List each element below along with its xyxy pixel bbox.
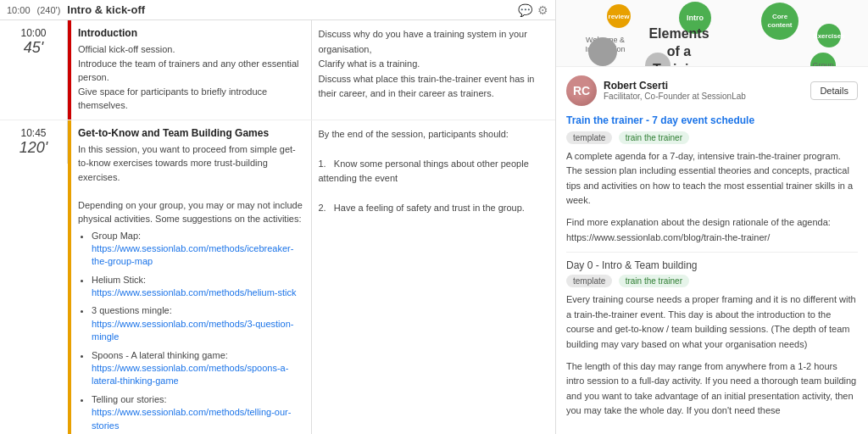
- day0-desc: Every training course needs a proper fra…: [566, 292, 858, 352]
- day0-title: Day 0 - Intro & Team building: [566, 259, 858, 271]
- welcome-bubble: [588, 37, 617, 66]
- top-bar-time: 10:00: [7, 5, 31, 15]
- top-bar-left: 10:00 (240') Intro & kick-off: [7, 3, 145, 16]
- review-bubble: review: [607, 4, 631, 28]
- right-panel: review Intro Corecontent Exercises Welco…: [555, 0, 868, 434]
- author-role: Facilitator, Co-Founder at SessionLab: [604, 92, 804, 101]
- time-block-1: 10:00 45': [0, 20, 68, 120]
- method-link[interactable]: https://www.sessionlab.com/methods/3-que…: [92, 319, 293, 342]
- top-bar-count: (240'): [37, 5, 61, 15]
- method-list: Group Map: https://www.sessionlab.com/me…: [78, 230, 304, 435]
- session-title-col-2: Get-to-Know and Team Building Games In t…: [68, 120, 312, 435]
- list-item: Telling our stories: https://www.session…: [92, 393, 304, 432]
- exercises-bubble: Exercises: [817, 24, 841, 47]
- agenda-desc-2: Find more explanation about the design r…: [566, 215, 858, 245]
- session-table: 10:00 45' Introduction Official kick-off…: [0, 20, 555, 434]
- chat-icon[interactable]: 💬: [518, 3, 532, 17]
- top-bar-icons: 💬 ⚙: [518, 3, 548, 17]
- session-row-2: 10:45 120' Get-to-Know and Team Building…: [0, 120, 555, 435]
- author-row: RC Robert Cserti Facilitator, Co-Founder…: [566, 75, 858, 106]
- details-button[interactable]: Details: [810, 81, 858, 100]
- method-link[interactable]: https://www.sessionlab.com/methods/spoon…: [92, 363, 288, 386]
- time-block-2: 10:45 120': [0, 120, 68, 164]
- start-time-2: 10:45: [5, 127, 62, 139]
- diagram-area: review Intro Corecontent Exercises Welco…: [556, 0, 868, 67]
- author-info: Robert Cserti Facilitator, Co-Founder at…: [604, 80, 804, 101]
- session-outcomes-2: By the end of the session, participants …: [312, 120, 556, 224]
- train-trainer-tag-1[interactable]: train the trainer: [619, 131, 689, 144]
- top-bar: 10:00 (240') Intro & kick-off 💬 ⚙: [0, 0, 555, 20]
- session-outcomes-1: Discuss why do you have a training syste…: [312, 20, 556, 120]
- agenda-tags: template train the trainer: [566, 131, 858, 149]
- method-link[interactable]: https://www.sessionlab.com/methods/telli…: [92, 407, 291, 430]
- template-tag-2[interactable]: template: [566, 275, 612, 287]
- session-desc-1: Official kick-off session. Introduce the…: [78, 42, 304, 113]
- session-title-col-1: Introduction Official kick-off session. …: [68, 20, 312, 120]
- author-avatar: RC: [566, 75, 597, 106]
- elements-label: Elementsof a TrainingAgenda: [645, 25, 713, 67]
- day0-desc-2: The length of this day may range from an…: [566, 359, 858, 419]
- start-time-1: 10:00: [5, 27, 62, 39]
- parking-lot-label: Parking lot: [637, 66, 680, 67]
- list-item: Group Map: https://www.sessionlab.com/me…: [92, 230, 304, 269]
- group-disc-label: Groupdiscussions: [802, 61, 844, 67]
- agenda-desc: A complete agenda for a 7-day, intensive…: [566, 149, 858, 209]
- settings-icon[interactable]: ⚙: [537, 3, 548, 17]
- agenda-title-link[interactable]: Train the trainer - 7 day event schedule: [566, 114, 858, 126]
- session-title-1: Introduction: [78, 27, 304, 39]
- duration-2: 120': [5, 139, 62, 157]
- duration-1: 45': [5, 39, 62, 57]
- train-trainer-tag-2[interactable]: train the trainer: [619, 275, 689, 287]
- day0-tags: template train the trainer: [566, 275, 858, 292]
- left-panel: 10:00 (240') Intro & kick-off 💬 ⚙ 10:00 …: [0, 0, 555, 434]
- list-item: Helium Stick: https://www.sessionlab.com…: [92, 274, 304, 300]
- top-bar-title: Intro & kick-off: [67, 3, 145, 16]
- session-row: 10:00 45' Introduction Official kick-off…: [0, 20, 555, 120]
- core-content-bubble: Corecontent: [761, 3, 798, 40]
- list-item: 3 questions mingle: https://www.sessionl…: [92, 304, 304, 343]
- author-name: Robert Cserti: [604, 80, 804, 92]
- method-link[interactable]: https://www.sessionlab.com/methods/heliu…: [92, 287, 296, 298]
- method-link[interactable]: https://www.sessionlab.com/methods/icebr…: [92, 243, 293, 266]
- session-desc-2: In this session, you want to proceed fro…: [78, 142, 304, 226]
- info-area: RC Robert Cserti Facilitator, Co-Founder…: [556, 67, 868, 434]
- list-item: Spoons - A lateral thinking game: https:…: [92, 349, 304, 388]
- template-tag-1[interactable]: template: [566, 131, 612, 144]
- divider-1: [566, 252, 858, 253]
- session-title-2: Get-to-Know and Team Building Games: [78, 127, 304, 139]
